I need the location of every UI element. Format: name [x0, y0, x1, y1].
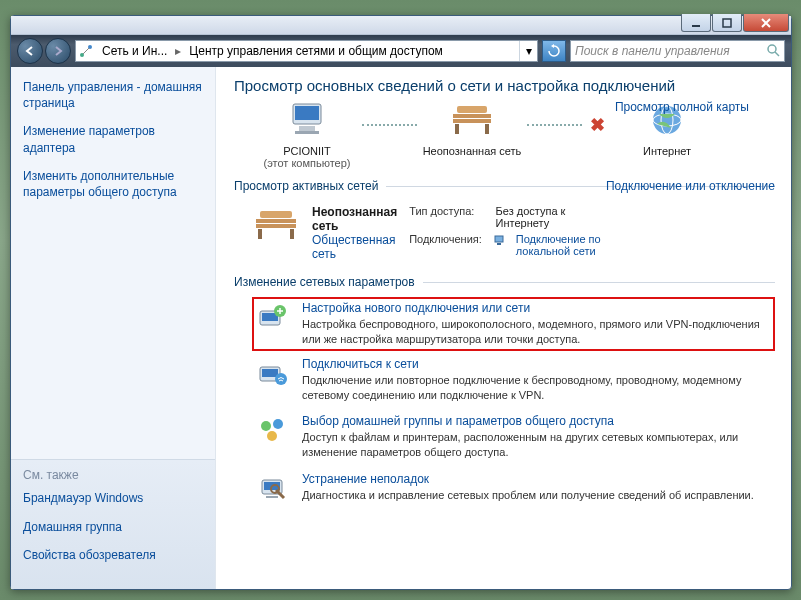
svg-rect-22 — [495, 236, 503, 242]
svg-rect-11 — [455, 124, 459, 134]
node-net-label: Неопознанная сеть — [417, 145, 527, 157]
search-placeholder: Поиск в панели управления — [575, 44, 730, 58]
search-icon — [766, 43, 780, 60]
svg-rect-28 — [262, 369, 278, 377]
svg-rect-20 — [290, 229, 294, 239]
see-also-header: См. также — [23, 468, 203, 482]
sidebar-item-home[interactable]: Панель управления - домашняя страница — [23, 79, 203, 111]
sidebar-link-internet-options[interactable]: Свойства обозревателя — [23, 547, 203, 563]
svg-point-30 — [261, 421, 271, 431]
svg-point-29 — [275, 373, 287, 385]
task-troubleshoot[interactable]: Устранение неполадок Диагностика и испра… — [252, 466, 775, 512]
access-type-label: Тип доступа: — [409, 205, 485, 229]
access-type-value: Без доступа к Интернету — [496, 205, 603, 229]
change-settings-header: Изменение сетевых параметров — [234, 275, 775, 289]
task-connect-network[interactable]: Подключиться к сети Подключение или повт… — [252, 351, 775, 409]
svg-point-31 — [273, 419, 283, 429]
node-internet-label: Интернет — [612, 145, 722, 157]
task-title[interactable]: Подключиться к сети — [302, 357, 771, 371]
svg-rect-13 — [457, 106, 487, 113]
back-button[interactable] — [17, 38, 43, 64]
task-homegroup[interactable]: Выбор домашней группы и параметров общег… — [252, 408, 775, 466]
svg-rect-17 — [256, 219, 296, 223]
task-desc: Настройка беспроводного, широкополосного… — [302, 317, 771, 347]
refresh-button[interactable] — [542, 40, 566, 62]
maximize-button[interactable] — [712, 14, 742, 32]
breadcrumb[interactable]: Сеть и Ин... ▸ Центр управления сетями и… — [75, 40, 538, 62]
chevron-right-icon[interactable]: ▸ — [173, 44, 183, 58]
svg-rect-23 — [497, 243, 501, 245]
breadcrumb-dropdown[interactable]: ▾ — [519, 41, 537, 61]
connect-network-icon — [256, 357, 290, 391]
svg-rect-18 — [256, 224, 296, 228]
window-frame: Сеть и Ин... ▸ Центр управления сетями и… — [10, 15, 792, 590]
svg-rect-6 — [295, 106, 319, 120]
main-content: Просмотр основных сведений о сети и наст… — [216, 67, 791, 589]
node-pc-label: PCIONIIT — [252, 145, 362, 157]
connections-value[interactable]: Подключение по локальной сети — [516, 233, 603, 257]
bench-icon — [417, 100, 527, 143]
task-title[interactable]: Устранение неполадок — [302, 472, 754, 486]
task-desc: Подключение или повторное подключение к … — [302, 373, 771, 403]
active-network-name: Неопознанная сеть — [312, 205, 397, 233]
svg-rect-19 — [258, 229, 262, 239]
svg-rect-10 — [453, 119, 491, 123]
connection-line — [362, 124, 417, 126]
active-network-icon — [252, 205, 300, 245]
address-bar: Сеть и Ин... ▸ Центр управления сетями и… — [11, 35, 791, 67]
lan-icon — [492, 233, 506, 257]
sidebar: Панель управления - домашняя страница Из… — [11, 67, 216, 589]
svg-point-32 — [267, 431, 277, 441]
window-controls — [680, 14, 789, 32]
sidebar-item-adapter-settings[interactable]: Изменение параметров адаптера — [23, 123, 203, 155]
sidebar-item-sharing-settings[interactable]: Изменить дополнительные параметры общего… — [23, 168, 203, 200]
connect-disconnect-link[interactable]: Подключение или отключение — [606, 179, 775, 193]
full-map-link[interactable]: Просмотр полной карты — [615, 100, 749, 114]
minimize-button[interactable] — [681, 14, 711, 32]
svg-rect-8 — [295, 131, 319, 134]
page-title: Просмотр основных сведений о сети и наст… — [234, 77, 775, 94]
new-connection-icon — [256, 301, 290, 335]
task-title[interactable]: Выбор домашней группы и параметров общег… — [302, 414, 771, 428]
node-pc-sub: (этот компьютер) — [252, 157, 362, 169]
svg-rect-35 — [266, 496, 278, 498]
task-title[interactable]: Настройка нового подключения или сети — [302, 301, 771, 315]
network-center-icon — [76, 43, 96, 59]
sidebar-link-homegroup[interactable]: Домашняя группа — [23, 519, 203, 535]
homegroup-icon — [256, 414, 290, 448]
svg-point-4 — [768, 45, 776, 53]
sidebar-link-firewall[interactable]: Брандмауэр Windows — [23, 490, 203, 506]
svg-rect-0 — [692, 25, 700, 27]
forward-button[interactable] — [45, 38, 71, 64]
breadcrumb-seg-1[interactable]: Сеть и Ин... — [96, 44, 173, 58]
search-input[interactable]: Поиск в панели управления — [570, 40, 785, 62]
svg-rect-21 — [260, 211, 292, 218]
connections-label: Подключения: — [409, 233, 482, 257]
task-desc: Диагностика и исправление сетевых пробле… — [302, 488, 754, 503]
active-network-type[interactable]: Общественная сеть — [312, 233, 395, 261]
close-button[interactable] — [743, 14, 789, 32]
connection-line-2 — [527, 124, 582, 126]
task-new-connection[interactable]: Настройка нового подключения или сети На… — [252, 297, 775, 351]
task-desc: Доступ к файлам и принтерам, расположенн… — [302, 430, 771, 460]
troubleshoot-icon — [256, 472, 290, 506]
svg-rect-9 — [453, 114, 491, 118]
svg-rect-7 — [299, 126, 315, 131]
svg-rect-1 — [723, 19, 731, 27]
svg-rect-12 — [485, 124, 489, 134]
computer-icon — [252, 100, 362, 143]
breadcrumb-seg-2[interactable]: Центр управления сетями и общим доступом — [183, 44, 449, 58]
titlebar[interactable] — [11, 16, 791, 35]
connection-blocked-icon: ✖ — [582, 114, 612, 136]
